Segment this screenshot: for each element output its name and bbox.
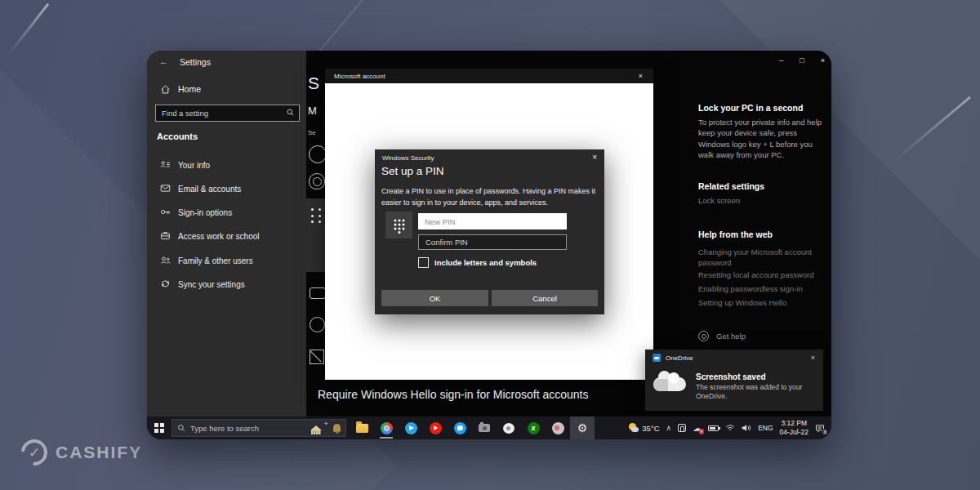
clipped-page-title: S — [308, 74, 319, 93]
your-phone-icon[interactable] — [678, 424, 686, 432]
picture-password-icon — [310, 350, 324, 364]
require-hello-label: Require Windows Hello sign-in for Micros… — [318, 387, 604, 402]
battery-icon[interactable] — [708, 425, 719, 431]
cashify-watermark: ✓ CASHIFY — [21, 439, 142, 466]
get-help-link[interactable]: Get help — [698, 331, 746, 341]
error-badge: × — [699, 429, 705, 434]
sidebar-item-label: Sign-in options — [178, 208, 232, 217]
wifi-icon[interactable] — [725, 424, 735, 432]
people-icon — [160, 255, 171, 265]
taskbar-app-file-explorer[interactable] — [350, 416, 374, 439]
help-from-web-header: Help from the web — [698, 229, 773, 239]
sync-icon — [160, 278, 171, 289]
sun-cloud-icon — [629, 423, 639, 433]
taskbar-app-youtube[interactable] — [423, 416, 448, 439]
lock-screen-link[interactable]: Lock screen — [698, 196, 740, 205]
language-indicator[interactable]: ENG — [758, 424, 773, 432]
help-link[interactable]: Setting up Windows Hello — [698, 298, 824, 309]
gear-icon: ⚙ — [577, 422, 588, 434]
cancel-button[interactable]: Cancel — [492, 290, 598, 306]
taskbar-search-placeholder: Type here to search — [190, 424, 305, 433]
taskbar-app-chrome[interactable] — [374, 416, 399, 439]
search-icon — [177, 424, 185, 432]
windows-screenshot: ← Settings Home Accounts Your info — [147, 51, 831, 439]
close-icon[interactable]: × — [592, 153, 597, 162]
camera-icon — [479, 424, 490, 432]
cashify-logo-icon: ✓ — [16, 434, 52, 470]
sidebar-section-header: Accounts — [157, 131, 198, 141]
help-link[interactable]: Changing your Microsoft account password — [698, 247, 824, 269]
password-icon — [310, 317, 325, 332]
action-center-button[interactable]: 3 — [815, 424, 825, 433]
twitter-icon — [454, 422, 466, 434]
close-icon[interactable]: × — [811, 354, 815, 362]
security-key-icon — [310, 287, 325, 299]
sidebar-item-access-work-school[interactable]: Access work or school — [147, 229, 306, 248]
taskbar-app-xbox[interactable]: x — [521, 416, 546, 439]
dialog-app-name: Windows Security — [382, 154, 434, 162]
pin-pad-icon — [311, 208, 323, 225]
back-arrow-icon[interactable]: ← — [159, 56, 168, 66]
help-link[interactable]: Resetting local account password — [698, 270, 824, 281]
search-highlight-building-icon[interactable] — [310, 425, 322, 430]
clipped-page-caption: Se — [308, 129, 316, 136]
pin-option-selected-row[interactable] — [306, 198, 325, 272]
sidebar-item-label: Your info — [178, 161, 210, 170]
key-icon — [160, 207, 171, 217]
dialog-description: Create a PIN to use in place of password… — [381, 186, 599, 208]
new-pin-input[interactable] — [418, 213, 567, 229]
taskbar-app-telegram[interactable] — [399, 416, 423, 439]
taskbar-app-camera[interactable] — [472, 416, 497, 439]
minimize-button[interactable]: – — [779, 56, 783, 65]
game-icon — [552, 422, 564, 434]
taskbar-app-game[interactable] — [546, 416, 570, 439]
speaker-icon[interactable] — [742, 424, 751, 432]
close-icon[interactable]: × — [639, 72, 643, 80]
fingerprint-icon — [309, 173, 325, 189]
onedrive-app-icon — [653, 354, 661, 362]
sidebar-item-sync-settings[interactable]: Sync your settings — [147, 277, 306, 296]
confirm-pin-input[interactable] — [418, 234, 567, 250]
weather-widget[interactable]: 35°C — [629, 423, 659, 433]
maximize-button[interactable]: □ — [800, 56, 804, 65]
envelope-icon — [160, 183, 171, 194]
get-help-label: Get help — [716, 332, 746, 341]
settings-sidebar: ← Settings Home Accounts Your info — [147, 51, 306, 416]
taskbar-app-settings[interactable]: ⚙ — [570, 416, 595, 439]
dialog-heading: Set up a PIN — [381, 165, 444, 177]
start-button[interactable] — [147, 416, 172, 439]
taskbar-app-steam[interactable] — [497, 416, 521, 439]
clock-date: 04-Jul-22 — [780, 428, 808, 437]
checkbox-label: Include letters and symbols — [434, 258, 537, 267]
sidebar-item-label: Family & other users — [178, 256, 253, 265]
settings-window-title: Settings — [180, 57, 211, 67]
search-highlight-bell-icon[interactable] — [333, 424, 341, 432]
sidebar-item-email-accounts[interactable]: Email & accounts — [147, 181, 306, 201]
windows-hello-face-icon — [309, 145, 325, 163]
close-button[interactable]: × — [821, 56, 825, 65]
search-input[interactable] — [155, 105, 300, 122]
tip-title: Lock your PC in a second — [698, 103, 803, 113]
telegram-icon — [405, 422, 417, 434]
sidebar-item-label: Access work or school — [178, 232, 259, 241]
onedrive-tray-icon[interactable]: ☁ × — [693, 424, 702, 433]
cashify-brand-text: CASHIFY — [56, 443, 142, 462]
chevron-up-icon[interactable]: ∧ — [666, 425, 672, 432]
onedrive-toast[interactable]: OneDrive × Screenshot saved The screensh… — [645, 350, 823, 411]
sidebar-item-sign-in-options[interactable]: Sign-in options — [147, 205, 306, 225]
check-icon: ✓ — [24, 443, 44, 462]
windows-logo-icon — [154, 423, 164, 433]
background-stripe — [894, 96, 971, 161]
taskbar-search[interactable]: Type here to search ✦ — [172, 419, 346, 437]
ok-button[interactable]: OK — [381, 290, 488, 306]
include-letters-checkbox[interactable] — [418, 257, 429, 268]
search-icon[interactable] — [286, 108, 295, 117]
sidebar-item-your-info[interactable]: Your info — [147, 158, 306, 177]
taskbar-clock[interactable]: 3:12 PM 04-Jul-22 — [780, 419, 808, 436]
sidebar-item-home[interactable]: Home — [178, 84, 201, 94]
file-explorer-icon — [356, 424, 368, 433]
toast-body: The screenshot was added to your OneDriv… — [696, 383, 817, 402]
taskbar-app-twitter[interactable] — [448, 416, 472, 439]
sidebar-item-family-other-users[interactable]: Family & other users — [147, 253, 306, 273]
help-link[interactable]: Enabling passwordless sign-in — [698, 284, 824, 295]
